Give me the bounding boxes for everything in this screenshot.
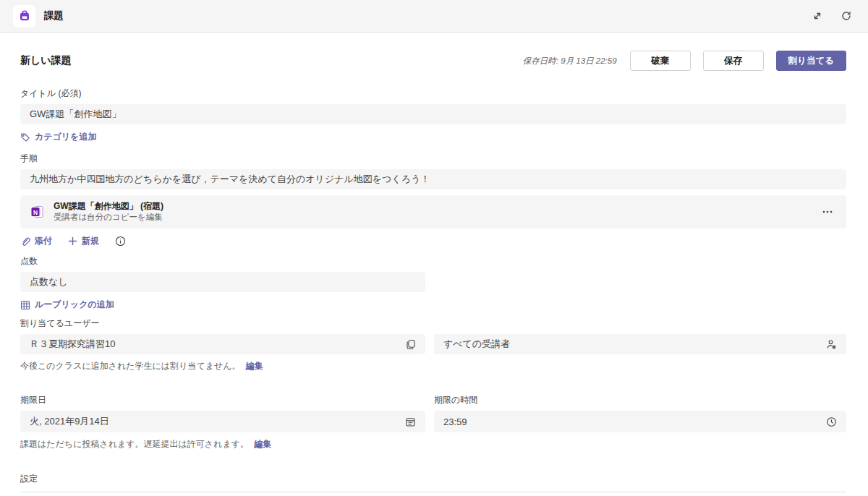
paperclip-icon — [20, 236, 30, 247]
onenote-icon: N — [30, 204, 46, 220]
calendar-icon[interactable] — [405, 416, 416, 427]
settings-heading: 設定 — [20, 473, 846, 485]
refresh-icon[interactable] — [841, 10, 852, 22]
app-title: 課題 — [44, 9, 64, 22]
instructions-value: 九州地方か中四国地方のどちらかを選び，テーマを決めて自分のオリジナル地図をつくろ… — [30, 173, 430, 186]
attach-link[interactable]: 添付 — [20, 235, 52, 247]
save-button[interactable]: 保存 — [703, 51, 764, 71]
post-note-text: 課題はただちに投稿されます。遅延提出は許可されます。 — [20, 439, 249, 449]
due-date-value: 火, 2021年9月14日 — [30, 415, 109, 428]
add-category-link[interactable]: カテゴリを追加 — [20, 131, 96, 143]
instructions-input[interactable]: 九州地方か中四国地方のどちらかを選び，テーマを決めて自分のオリジナル地図をつくろ… — [20, 169, 846, 189]
add-category-label: カテゴリを追加 — [35, 131, 96, 143]
due-time-label: 期限の時間 — [434, 394, 846, 406]
plus-icon — [68, 236, 77, 246]
title-label: タイトル (必須) — [20, 87, 846, 100]
settings-divider — [20, 492, 846, 492]
saved-timestamp: 保存日時: 9月 13日 22:59 — [523, 56, 617, 67]
more-options-icon[interactable] — [822, 206, 833, 218]
edit-assign-link[interactable]: 編集 — [246, 360, 263, 372]
app-topbar: 課題 — [0, 0, 868, 33]
assignment-header: 新しい課題 保存日時: 9月 13日 22:59 破棄 保存 割り当てる — [20, 51, 846, 71]
add-rubric-link[interactable]: ルーブリックの追加 — [20, 299, 114, 311]
future-students-note: 今後このクラスに追加された学生には割り当てません。 編集 — [20, 360, 846, 372]
tag-icon — [20, 132, 30, 142]
edit-due-link[interactable]: 編集 — [254, 438, 271, 450]
class-input[interactable]: Ｒ３夏期探究講習10 — [20, 334, 425, 354]
expand-icon[interactable] — [812, 10, 823, 22]
students-input[interactable]: すべての受講者 — [434, 334, 846, 354]
instructions-label: 手順 — [20, 153, 846, 165]
copy-icon[interactable] — [406, 339, 416, 349]
new-link[interactable]: 新規 — [68, 235, 99, 247]
points-input[interactable]: 点数なし — [20, 272, 425, 292]
svg-text:N: N — [33, 209, 38, 216]
assign-to-label: 割り当てるユーザー — [20, 317, 846, 330]
backpack-icon — [18, 9, 31, 22]
rubric-grid-icon — [20, 300, 30, 310]
students-value: すべての受講者 — [443, 338, 510, 351]
attachment-subtitle: 受講者は自分のコピーを編集 — [54, 212, 163, 222]
attachment-card[interactable]: N GW課題「創作地図」 (宿題) 受講者は自分のコピーを編集 — [20, 195, 846, 228]
add-rubric-label: ルーブリックの追加 — [35, 299, 114, 311]
clock-icon[interactable] — [826, 416, 837, 427]
future-note-text: 今後このクラスに追加された学生には割り当てません。 — [20, 361, 241, 371]
assign-button[interactable]: 割り当てる — [776, 51, 846, 71]
assignments-app-chip — [13, 5, 35, 27]
due-time-input[interactable]: 23:59 — [434, 411, 846, 432]
class-value: Ｒ３夏期探究講習10 — [30, 338, 115, 351]
title-value: GW課題「創作地図」 — [30, 108, 121, 121]
new-label: 新規 — [82, 235, 99, 247]
discard-button[interactable]: 破棄 — [630, 51, 691, 71]
due-time-value: 23:59 — [443, 416, 467, 427]
post-immediately-note: 課題はただちに投稿されます。遅延提出は許可されます。 編集 — [20, 438, 846, 450]
page-title: 新しい課題 — [20, 54, 72, 67]
due-date-input[interactable]: 火, 2021年9月14日 — [20, 411, 425, 432]
attach-label: 添付 — [35, 235, 52, 247]
due-date-label: 期限日 — [20, 394, 425, 406]
title-input[interactable]: GW課題「創作地図」 — [20, 104, 846, 124]
attachment-title: GW課題「創作地図」 (宿題) — [54, 201, 163, 212]
people-settings-icon[interactable] — [826, 339, 837, 350]
points-value: 点数なし — [30, 275, 68, 288]
points-label: 点数 — [20, 255, 846, 268]
info-icon[interactable] — [115, 236, 126, 247]
